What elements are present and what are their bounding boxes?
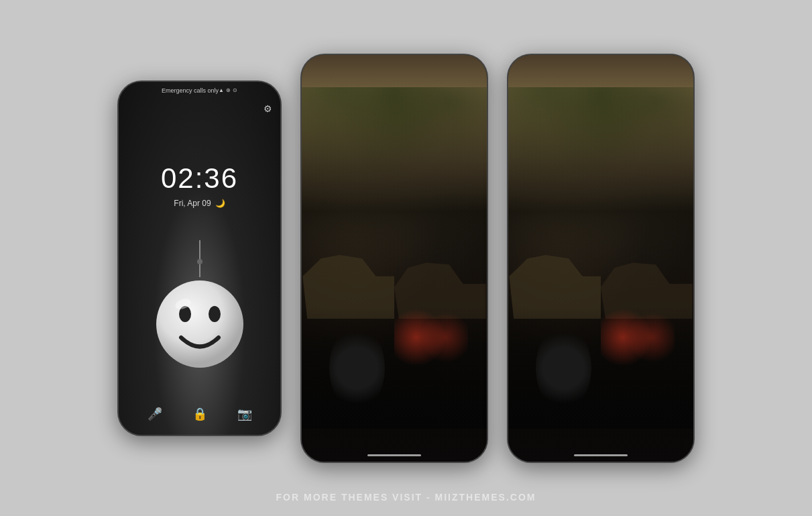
status-icons-right: ▲ ⊛ ⊙ bbox=[219, 87, 237, 93]
phone-3: 2:36 AM ▲ ⊛ ⊙ ⚙ Settings bbox=[507, 54, 695, 463]
gauge-lights-p3 bbox=[601, 287, 675, 389]
signal-icon: ▲ bbox=[219, 87, 224, 93]
phones-container: Emergency calls only ▲ ⊛ ⊙ ⚙ 02:36 Fri, … bbox=[117, 54, 695, 463]
emergency-text: Emergency calls only bbox=[162, 87, 219, 94]
watermark: FOR MORE THEMES VISIT - MIIZTHEMES.COM bbox=[0, 492, 812, 503]
home-bar-p3 bbox=[574, 454, 628, 456]
wifi-icon: ⊛ bbox=[226, 87, 231, 93]
lock-date-text: Fri, Apr 09 bbox=[174, 199, 211, 208]
lockscreen-content: Emergency calls only ▲ ⊛ ⊙ ⚙ 02:36 Fri, … bbox=[119, 82, 280, 435]
home-bar-p2 bbox=[367, 454, 421, 456]
page-background: FOR MORE THEMES VISIT - MIIZTHEMES.COM bbox=[0, 0, 812, 516]
lock-time: 02:36 bbox=[161, 162, 238, 195]
status-bar-phone1: Emergency calls only ▲ ⊛ ⊙ bbox=[152, 82, 247, 95]
phone-2: ▲ ⊛ ⊙ 02 : 36 | Fri ☀ 09 - 04 - bbox=[300, 54, 488, 463]
lock-date: Fri, Apr 09 🌙 bbox=[174, 199, 225, 208]
gauge-lights-p2 bbox=[394, 287, 468, 389]
lock-icon: ⊙ bbox=[233, 87, 237, 93]
moon-icon: 🌙 bbox=[215, 199, 225, 208]
phone-1: Emergency calls only ▲ ⊛ ⊙ ⚙ 02:36 Fri, … bbox=[117, 81, 282, 436]
lock-settings-icon[interactable]: ⚙ bbox=[264, 103, 272, 114]
